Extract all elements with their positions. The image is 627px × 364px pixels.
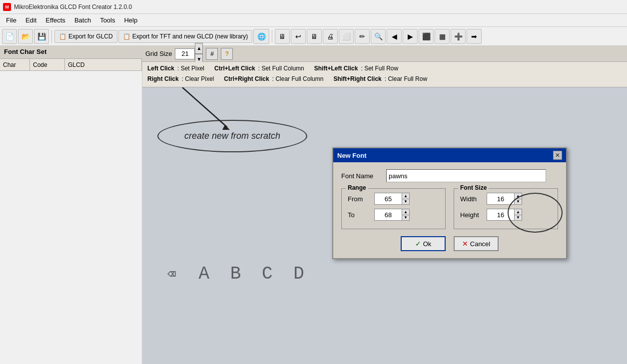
main-layout: Font Char Set Char Code GLCD Grid Size ▲…: [0, 46, 627, 364]
right-click-key: Right Click: [147, 74, 179, 84]
tool-btn-3[interactable]: 🖥: [307, 29, 322, 44]
to-spin-down[interactable]: ▼: [402, 215, 410, 221]
ctrl-right-action: : Clear Full Column: [272, 74, 324, 84]
from-spin-down[interactable]: ▼: [402, 199, 410, 205]
cancel-button[interactable]: ✕ Cancel: [454, 236, 499, 251]
open-button[interactable]: 📂: [18, 29, 33, 44]
grid-toggle-button[interactable]: #: [206, 48, 218, 60]
dialog-close-button[interactable]: ✕: [553, 151, 562, 160]
width-spin-buttons: ▲ ▼: [514, 193, 522, 205]
export-glcd-icon: 📋: [59, 33, 66, 40]
shift-right-action: : Clear Full Row: [385, 74, 427, 84]
tool-btn-6[interactable]: ✏: [355, 29, 370, 44]
font-name-row: Font Name: [341, 169, 558, 182]
drawing-area[interactable]: create new from scratch ⌫ A B C D New Fo…: [142, 87, 627, 364]
left-click-key: Left Click: [147, 64, 174, 73]
globe-button[interactable]: 🌐: [253, 29, 269, 44]
toolbar: 📄 📂 💾 📋 Export for GLCD 📋 Export for TFT…: [0, 27, 627, 46]
to-spin-up[interactable]: ▲: [402, 209, 410, 215]
new-button[interactable]: 📄: [2, 29, 17, 44]
shift-left-action: : Set Full Row: [361, 64, 398, 73]
col-char: Char: [0, 59, 30, 70]
export-tft-icon: 📋: [123, 33, 130, 40]
grid-toolbar: Grid Size ▲ ▼ # ?: [142, 46, 627, 62]
height-spinner[interactable]: ▲ ▼: [487, 209, 522, 221]
export-tft-button[interactable]: 📋 Export for TFT and new GLCD (new libra…: [118, 30, 253, 43]
from-spin-up[interactable]: ▲: [402, 193, 410, 199]
tool-btn-13[interactable]: ➡: [467, 29, 482, 44]
svg-line-0: [182, 87, 227, 127]
menu-file[interactable]: File: [2, 15, 20, 25]
grid-help-button[interactable]: ?: [221, 48, 233, 60]
width-spin-up[interactable]: ▲: [514, 193, 522, 199]
grid-size-control[interactable]: ▲ ▼: [175, 43, 203, 65]
height-input[interactable]: [487, 209, 514, 221]
font-name-input[interactable]: [386, 169, 546, 182]
col-code: Code: [30, 59, 65, 70]
tool-btn-10[interactable]: ⬛: [419, 29, 434, 44]
export-tft-label: Export for TFT and new GLCD (new library…: [132, 33, 248, 40]
tool-btn-5[interactable]: ⬜: [339, 29, 354, 44]
tool-btn-8[interactable]: ◀: [387, 29, 402, 44]
width-label: Width: [460, 195, 483, 203]
cancel-label: Cancel: [470, 240, 490, 248]
oval-annotation: create new from scratch: [157, 120, 307, 152]
from-spinner[interactable]: ▲ ▼: [374, 193, 410, 205]
export-glcd-button[interactable]: 📋 Export for GLCD: [54, 30, 117, 43]
export-glcd-label: Export for GLCD: [68, 33, 113, 40]
menu-edit[interactable]: Edit: [21, 15, 40, 25]
menu-help[interactable]: Help: [120, 15, 141, 25]
from-input[interactable]: [374, 193, 402, 205]
to-spinner[interactable]: ▲ ▼: [374, 209, 410, 221]
new-font-dialog: New Font ✕ Font Name Range: [332, 147, 567, 259]
to-input[interactable]: [374, 209, 402, 221]
font-name-label: Font Name: [341, 172, 381, 180]
left-click-item: Left Click : Set Pixel: [147, 64, 204, 73]
ctrl-left-action: : Set Full Column: [258, 64, 304, 73]
right-click-action: : Clear Pixel: [182, 74, 214, 84]
tool-btn-12[interactable]: ➕: [451, 29, 466, 44]
tool-btn-1[interactable]: 🖥: [275, 29, 290, 44]
tool-btn-4[interactable]: 🖨: [323, 29, 338, 44]
width-input[interactable]: [487, 193, 514, 205]
left-panel: Font Char Set Char Code GLCD: [0, 46, 142, 364]
menu-tools[interactable]: Tools: [96, 15, 119, 25]
tool-btn-11[interactable]: ▦: [435, 29, 450, 44]
width-spinner[interactable]: ▲ ▼: [487, 193, 522, 205]
menu-effects[interactable]: Effects: [41, 15, 69, 25]
ok-label: Ok: [423, 240, 432, 248]
dialog-sections: Range From ▲ ▼: [341, 188, 558, 229]
ctrl-right-item: Ctrl+Right Click : Clear Full Column: [224, 74, 323, 84]
instructions-row-1: Left Click : Set Pixel Ctrl+Left Click :…: [147, 64, 622, 73]
dialog-body: Font Name Range From: [333, 162, 566, 258]
range-section: Range From ▲ ▼: [341, 188, 446, 229]
height-spin-down[interactable]: ▼: [514, 215, 522, 221]
shift-left-key: Shift+Left Click: [314, 64, 358, 73]
grid-size-input[interactable]: [175, 48, 195, 59]
tool-btn-9[interactable]: ▶: [403, 29, 418, 44]
to-spin-buttons: ▲ ▼: [402, 209, 410, 221]
instructions-bar: Left Click : Set Pixel Ctrl+Left Click :…: [142, 62, 627, 87]
height-spin-up[interactable]: ▲: [514, 209, 522, 215]
save-button[interactable]: 💾: [34, 29, 49, 44]
ctrl-left-key: Ctrl+Left Click: [214, 64, 255, 73]
drawn-characters: ⌫ A B C D: [167, 264, 307, 284]
font-size-section-title: Font Size: [458, 184, 489, 191]
dialog-buttons: ✓ Ok ✕ Cancel: [341, 236, 558, 251]
grid-spin-up[interactable]: ▲: [195, 43, 203, 54]
col-glcd: GLCD: [65, 59, 142, 70]
toolbar-separator-2: [272, 30, 272, 43]
toolbar-separator-1: [51, 30, 52, 43]
to-row: To ▲ ▼: [348, 209, 439, 221]
tool-btn-7[interactable]: 🔍: [371, 29, 386, 44]
menu-batch[interactable]: Batch: [70, 15, 95, 25]
shift-right-item: Shift+Right Click : Clear Full Row: [333, 74, 427, 84]
cancel-icon: ✕: [462, 240, 468, 248]
ok-button[interactable]: ✓ Ok: [401, 236, 446, 251]
app-icon: M: [3, 3, 11, 11]
ok-icon: ✓: [415, 240, 421, 248]
tool-btn-2[interactable]: ↩: [291, 29, 306, 44]
width-spin-down[interactable]: ▼: [514, 199, 522, 205]
from-spin-buttons: ▲ ▼: [402, 193, 410, 205]
title-bar: M MikroElektronika GLCD Font Creator 1.2…: [0, 0, 627, 14]
